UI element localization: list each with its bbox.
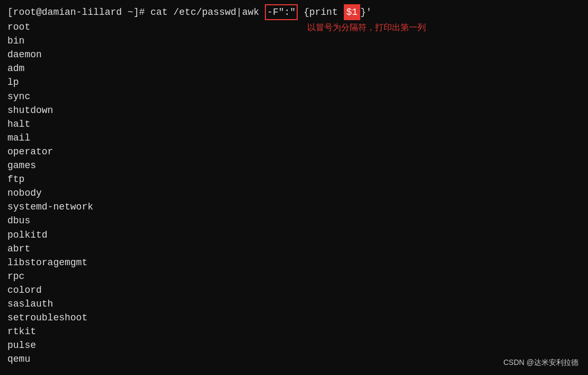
- list-item: dbus: [7, 214, 581, 228]
- cmd-middle: {print: [298, 5, 343, 19]
- dollar-highlight: $1: [344, 4, 361, 20]
- list-item: nobody: [7, 186, 581, 200]
- output-lines: root bin daemon adm lp sync shutdown hal…: [7, 20, 581, 366]
- list-item: colord: [7, 283, 581, 297]
- list-item: saslauth: [7, 297, 581, 311]
- flag-highlight: -F":": [265, 4, 298, 20]
- list-item: games: [7, 159, 581, 172]
- list-item: ftp: [7, 172, 581, 186]
- watermark: CSDN @达米安利拉德: [503, 358, 578, 368]
- list-item: sync: [7, 90, 581, 103]
- annotation-text: 以冒号为分隔符，打印出第一列: [307, 22, 426, 33]
- list-item: pulse: [7, 338, 581, 352]
- list-item: abrt: [7, 242, 581, 256]
- list-item: rpc: [7, 269, 581, 283]
- cmd-prefix: cat /etc/passwd|awk: [150, 5, 265, 19]
- prompt: [root@damian-lillard ~]#: [7, 5, 150, 19]
- terminal-window: [root@damian-lillard ~]# cat /etc/passwd…: [0, 0, 588, 375]
- command-line: [root@damian-lillard ~]# cat /etc/passwd…: [7, 4, 581, 20]
- list-item: halt: [7, 117, 581, 131]
- list-item: polkitd: [7, 228, 581, 242]
- list-item: operator: [7, 145, 581, 159]
- list-item: setroubleshoot: [7, 311, 581, 325]
- list-item: mail: [7, 131, 581, 145]
- list-item: shutdown: [7, 103, 581, 117]
- list-item: daemon: [7, 48, 581, 62]
- list-item: rtkit: [7, 325, 581, 338]
- list-item: lp: [7, 75, 581, 89]
- list-item: libstoragemgmt: [7, 256, 581, 269]
- list-item: bin: [7, 34, 581, 48]
- list-item: qemu: [7, 352, 581, 366]
- list-item: systemd-network: [7, 200, 581, 214]
- cmd-suffix: }': [360, 5, 372, 19]
- list-item: adm: [7, 62, 581, 75]
- list-item: root: [7, 20, 581, 34]
